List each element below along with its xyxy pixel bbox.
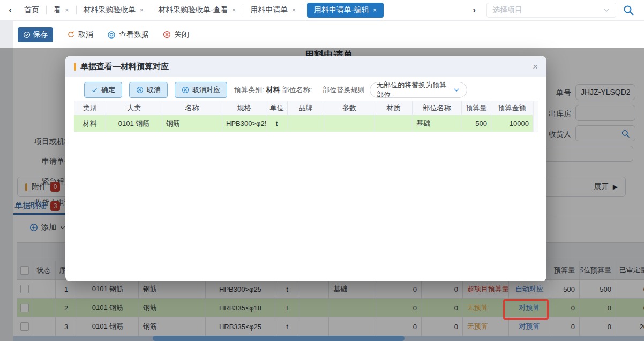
tab-label: 材料采购验收单-查看 [158,5,228,15]
tab-close-icon[interactable]: × [291,6,296,13]
tab-divider [303,6,303,14]
chevron-down-icon [603,6,610,14]
search-icon[interactable] [623,4,634,16]
tabs-scroll-left-icon[interactable]: ‹ [3,5,17,16]
budget-cell-spec: HPB300>φ25 [222,115,266,132]
chevron-down-icon [453,86,460,94]
budget-cell-major: 0101 钢筋 [106,115,162,132]
budget-column-header-spec: 规格 [222,101,266,115]
save-button[interactable]: 保存 [18,27,53,42]
budget-table: 类别大类名称规格单位品牌参数材质部位名称预算量预算金额材料0101 钢筋钢筋HP… [74,101,541,132]
tab-close-icon[interactable]: × [140,6,144,13]
part-replace-rule-select[interactable]: 无部位的将替换为预算部位 [370,82,467,98]
cancel-button[interactable]: 取消 [67,30,93,40]
dialog-button-row: 确定 取消 取消对应 预算类别: 材料 部位名称: 部位替换规则 无部位的将替换… [84,82,467,98]
dialog-meta: 预算类别: 材料 部位名称: 部位替换规则 [234,85,364,95]
budget-column-header-major: 大类 [106,101,162,115]
vertical-scrollbar[interactable] [533,101,538,132]
budget-type-value: 材料 [266,85,280,95]
undo-icon [67,31,75,39]
x-circle-icon [182,86,189,94]
project-select-placeholder: 选择项目 [492,5,603,15]
dialog-title: 单据查看—材料预算对应 [80,62,169,72]
tab-list: 首页看×材料采购验收单×材料采购验收单-查看×用料申请单×用料申请单-编辑× [17,0,387,20]
tab-bar: ‹ 首页看×材料采购验收单×材料采购验收单-查看×用料申请单×用料申请单-编辑×… [0,0,644,20]
budget-cell-param [324,115,375,132]
tab-label: 首页 [24,5,39,15]
budget-column-header-param: 参数 [324,101,375,115]
budget-cell-unit: t [266,115,288,132]
budget-cell-brand [288,115,324,132]
close-button[interactable]: 关闭 [163,30,189,40]
budget-cell-part: 基础 [413,115,462,132]
eye-icon [107,31,116,39]
budget-cell-material [375,115,413,132]
project-select[interactable]: 选择项目 [486,3,616,18]
check-icon [91,87,98,94]
budget-cell-name: 钢筋 [162,115,222,132]
tab-label: 用料申请单-编辑 [314,5,369,15]
tabs-scroll-right-icon[interactable]: › [467,5,481,16]
tab-close-icon[interactable]: × [373,6,377,13]
close-circle-icon [163,31,171,39]
tab-close-icon[interactable]: × [65,6,69,13]
budget-column-header-part: 部位名称 [413,101,462,115]
budget-column-header-category: 类别 [74,101,106,115]
dialog-close-icon[interactable]: × [533,62,538,71]
tab-close-icon[interactable]: × [232,6,236,13]
tab-label: 看 [54,5,61,15]
budget-cell-budget_qty: 500 [462,115,491,132]
dialog-title-bar [74,63,76,71]
budget-column-header-unit: 单位 [266,101,288,115]
budget-column-header-material: 材质 [375,101,413,115]
budget-cell-budget_amount: 10000 [491,115,533,132]
check-circle-icon [23,31,31,39]
cancel-match-button[interactable]: 取消对应 [175,82,227,98]
budget-column-header-brand: 品牌 [288,101,324,115]
budget-column-header-budget_amount: 预算金额 [491,101,533,115]
x-circle-icon [136,86,144,94]
tab-看[interactable]: 看× [47,0,76,20]
dialog-header: 单据查看—材料预算对应 × [65,56,546,77]
budget-match-dialog: 单据查看—材料预算对应 × 确定 取消 取消对应 预算类别: 材料 部位名称: … [65,56,546,281]
budget-cell-category: 材料 [74,115,106,132]
budget-column-header-name: 名称 [162,101,222,115]
tab-材料采购验收单-查看[interactable]: 材料采购验收单-查看× [151,0,243,20]
tab-label: 用料申请单 [250,5,288,15]
tab-用料申请单[interactable]: 用料申请单× [243,0,303,20]
dialog-cancel-button[interactable]: 取消 [129,82,168,98]
tab-用料申请单-编辑[interactable]: 用料申请单-编辑× [307,3,384,18]
toolbar: 保存 取消 查看数据 关闭 [13,21,644,48]
tab-材料采购验收单[interactable]: 材料采购验收单× [77,0,151,20]
budget-column-header-budget_qty: 预算量 [462,101,491,115]
view-data-button[interactable]: 查看数据 [107,30,149,40]
confirm-button[interactable]: 确定 [84,82,122,98]
tab-首页[interactable]: 首页 [17,0,46,20]
tab-label: 材料采购验收单 [84,5,136,15]
click-target-highlight [503,299,549,320]
